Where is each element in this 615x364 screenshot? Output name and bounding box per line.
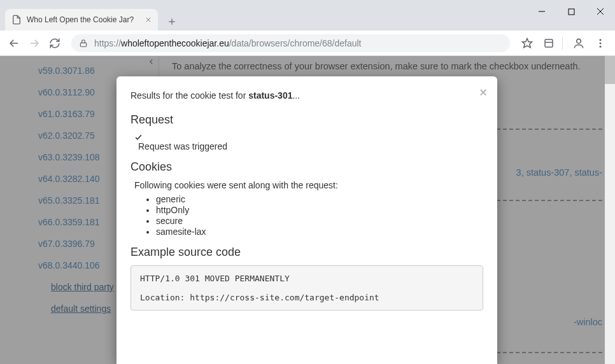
modal-title-prefix: Results for the cookie test for bbox=[131, 90, 248, 101]
request-status-text: Request was triggered bbox=[138, 141, 227, 151]
toolbar: https://wholeftopenthecookiejar.eu/data/… bbox=[0, 31, 615, 56]
svg-marker-11 bbox=[523, 38, 532, 47]
titlebar: Who Left Open the Cookie Jar? bbox=[0, 0, 615, 31]
tab-strip: Who Left Open the Cookie Jar? bbox=[0, 0, 181, 31]
modal-title-test: status-301 bbox=[248, 90, 292, 101]
cookie-item: httpOnly bbox=[156, 205, 483, 215]
close-window-button[interactable] bbox=[586, 0, 615, 23]
svg-point-17 bbox=[600, 45, 602, 47]
window-controls bbox=[527, 0, 615, 23]
scrollbar-thumb[interactable] bbox=[605, 56, 615, 84]
toolbar-separator bbox=[562, 37, 563, 50]
cookie-item: secure bbox=[156, 216, 483, 226]
bookmark-button[interactable] bbox=[518, 34, 537, 53]
cookie-item: samesite-lax bbox=[156, 227, 483, 237]
url-path: /data/browsers/chrome/68/default bbox=[229, 38, 362, 48]
lock-icon bbox=[79, 39, 88, 48]
maximize-button[interactable] bbox=[556, 0, 586, 23]
url-scheme: https:// bbox=[94, 38, 121, 48]
profile-button[interactable] bbox=[569, 34, 588, 53]
menu-button[interactable] bbox=[591, 34, 610, 53]
address-bar[interactable]: https://wholeftopenthecookiejar.eu/data/… bbox=[71, 34, 510, 52]
modal-close-button[interactable]: × bbox=[479, 85, 487, 100]
svg-rect-10 bbox=[80, 43, 86, 46]
toolbar-right bbox=[515, 34, 610, 53]
cookies-list: generic httpOnly secure samesite-lax bbox=[156, 194, 483, 237]
cookies-intro: Following cookies were sent along with t… bbox=[134, 180, 483, 190]
reload-button[interactable] bbox=[46, 34, 64, 52]
svg-rect-12 bbox=[545, 39, 553, 47]
modal-title: Results for the cookie test for status-3… bbox=[131, 90, 483, 101]
page-scrollbar[interactable] bbox=[605, 56, 615, 364]
results-modal: × Results for the cookie test for status… bbox=[117, 76, 497, 364]
svg-point-16 bbox=[600, 42, 602, 44]
minimize-button[interactable] bbox=[527, 0, 556, 23]
extension-button[interactable] bbox=[539, 34, 558, 53]
request-heading: Request bbox=[131, 113, 483, 127]
svg-point-14 bbox=[577, 39, 581, 43]
browser-tab[interactable]: Who Left Open the Cookie Jar? bbox=[5, 9, 158, 31]
svg-point-15 bbox=[600, 39, 602, 41]
new-tab-button[interactable] bbox=[163, 13, 181, 31]
back-button[interactable] bbox=[5, 34, 23, 52]
code-heading: Example source code bbox=[131, 246, 483, 259]
url-host: wholeftopenthecookiejar.eu bbox=[121, 38, 229, 48]
request-status: Request was triggered bbox=[134, 133, 483, 151]
tab-title: Who Left Open the Cookie Jar? bbox=[27, 15, 140, 24]
forward-button[interactable] bbox=[25, 34, 43, 52]
example-code: HTTP/1.0 301 MOVED PERMANENTLY Location:… bbox=[131, 265, 483, 311]
svg-rect-5 bbox=[569, 9, 574, 15]
cookies-heading: Cookies bbox=[131, 160, 483, 174]
check-icon bbox=[134, 133, 483, 141]
cookie-item: generic bbox=[156, 194, 483, 204]
page-icon bbox=[11, 15, 22, 25]
tab-close-icon[interactable] bbox=[145, 17, 152, 23]
modal-title-suffix: ... bbox=[292, 90, 300, 101]
